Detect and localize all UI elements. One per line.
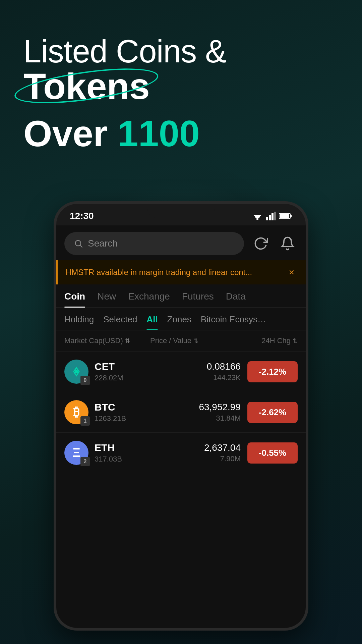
svg-point-2 xyxy=(256,218,258,220)
subtab-selected[interactable]: Selected xyxy=(103,314,137,330)
svg-point-10 xyxy=(75,240,81,246)
bell-icon xyxy=(280,236,295,251)
svg-rect-3 xyxy=(266,217,268,220)
eth-rank: 2 xyxy=(80,457,90,466)
table-row[interactable]: Ξ 2 ETH 317.03B 2,637.04 7.90M -0.55% xyxy=(56,433,306,473)
svg-line-11 xyxy=(80,245,82,247)
refresh-icon xyxy=(253,236,268,251)
eth-price: 2,637.04 xyxy=(154,442,241,453)
main-tabs: Coin New Exchange Futures Data xyxy=(56,284,306,308)
wifi-icon xyxy=(251,212,263,220)
eth-symbol: ETH xyxy=(95,442,122,453)
tab-coin[interactable]: Coin xyxy=(64,291,85,307)
cet-value: 144.23K xyxy=(154,373,241,382)
btc-rank: 1 xyxy=(80,416,90,426)
btc-market-cap: 1263.21B xyxy=(95,414,126,423)
hero-number: 1100 xyxy=(118,113,200,154)
tab-futures[interactable]: Futures xyxy=(182,291,214,307)
hero-tokens-wrapper: Tokens xyxy=(23,66,150,106)
eth-price-col: 2,637.04 7.90M xyxy=(154,442,241,463)
subtab-zones[interactable]: Zones xyxy=(167,314,191,330)
svg-rect-9 xyxy=(280,214,289,218)
eth-value: 7.90M xyxy=(154,454,241,463)
announcement-text: HMSTR available in margin trading and li… xyxy=(66,268,280,277)
svg-rect-4 xyxy=(269,215,271,220)
cet-price-col: 0.08166 144.23K xyxy=(154,361,241,382)
tab-data[interactable]: Data xyxy=(226,291,246,307)
search-bar[interactable]: Search xyxy=(64,232,244,255)
tab-exchange[interactable]: Exchange xyxy=(128,291,170,307)
refresh-button[interactable] xyxy=(251,233,271,254)
cet-info: CET 228.02M xyxy=(95,361,123,382)
cet-icon-wrapper: 0 xyxy=(64,360,88,384)
sub-tabs: Holding Selected All Zones Bitcoin Ecosy… xyxy=(56,308,306,330)
table-row[interactable]: 0 CET 228.02M 0.08166 144.23K -2.12% xyxy=(56,352,306,392)
svg-rect-5 xyxy=(272,213,274,220)
cet-change-badge: -2.12% xyxy=(247,361,298,382)
app-content: Search HMSTR available in mar xyxy=(56,225,306,628)
table-header: Market Cap(USD) ⇅ Price / Value ⇅ 24H Ch… xyxy=(56,330,306,352)
btc-price-col: 63,952.99 31.84M xyxy=(154,402,241,423)
status-time: 12:30 xyxy=(70,211,94,221)
search-row: Search xyxy=(56,225,306,260)
btc-icon-wrapper: ₿ 1 xyxy=(64,400,88,424)
battery-icon xyxy=(279,212,292,220)
change-sort-icon: ⇅ xyxy=(293,337,298,344)
coin-left-eth: Ξ 2 ETH 317.03B xyxy=(64,441,154,465)
hero-tokens: Tokens xyxy=(23,66,150,106)
col-price-value[interactable]: Price / Value ⇅ xyxy=(150,336,237,345)
col-24h-change[interactable]: 24H Chg ⇅ xyxy=(237,336,298,345)
search-placeholder-text: Search xyxy=(88,238,118,249)
svg-point-13 xyxy=(75,370,78,373)
subtab-bitcoin-ecosystem[interactable]: Bitcoin Ecosys… xyxy=(201,314,266,330)
search-icon xyxy=(74,239,83,248)
phone-frame: 12:30 xyxy=(54,201,308,631)
announcement-bar: HMSTR available in margin trading and li… xyxy=(56,260,306,284)
market-sort-icon: ⇅ xyxy=(125,337,130,344)
hero-line1: Listed Coins & xyxy=(23,34,339,69)
cet-price: 0.08166 xyxy=(154,361,241,372)
eth-icon-wrapper: Ξ 2 xyxy=(64,441,88,465)
cet-symbol: CET xyxy=(95,361,123,372)
subtab-holding[interactable]: Holding xyxy=(64,314,94,330)
signal-icon xyxy=(266,212,276,220)
eth-change-badge: -0.55% xyxy=(247,442,298,464)
svg-rect-8 xyxy=(290,215,292,217)
cet-rank: 0 xyxy=(80,376,90,385)
btc-info: BTC 1263.21B xyxy=(95,401,126,423)
btc-price: 63,952.99 xyxy=(154,402,241,413)
eth-info: ETH 317.03B xyxy=(95,442,122,464)
svg-rect-6 xyxy=(274,212,276,220)
coin-left-cet: 0 CET 228.02M xyxy=(64,360,154,384)
cet-market-cap: 228.02M xyxy=(95,374,123,382)
status-icons xyxy=(251,212,292,220)
tab-new[interactable]: New xyxy=(97,291,116,307)
hero-over-text: Over xyxy=(23,113,118,154)
phone-wrapper: 12:30 xyxy=(54,201,308,631)
btc-value: 31.84M xyxy=(154,414,241,423)
announcement-close-button[interactable]: × xyxy=(286,266,298,278)
hero-line3: Over 1100 xyxy=(23,113,339,154)
eth-market-cap: 317.03B xyxy=(95,455,122,464)
hero-section: Listed Coins & Tokens Over 1100 xyxy=(23,34,339,154)
btc-change-badge: -2.62% xyxy=(247,402,298,423)
notification-button[interactable] xyxy=(278,233,298,254)
coin-left-btc: ₿ 1 BTC 1263.21B xyxy=(64,400,154,424)
col-market-cap[interactable]: Market Cap(USD) ⇅ xyxy=(64,336,150,345)
table-row[interactable]: ₿ 1 BTC 1263.21B 63,952.99 31.84M -2.62% xyxy=(56,392,306,433)
price-sort-icon: ⇅ xyxy=(193,337,198,344)
subtab-all[interactable]: All xyxy=(146,314,158,330)
btc-symbol: BTC xyxy=(95,401,126,413)
phone-notch xyxy=(147,204,215,218)
